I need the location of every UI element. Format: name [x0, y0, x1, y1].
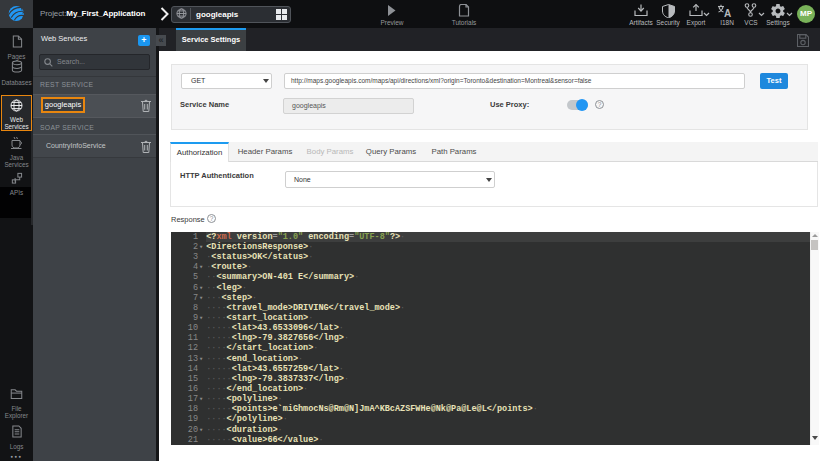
svg-text:A: A [724, 8, 731, 18]
